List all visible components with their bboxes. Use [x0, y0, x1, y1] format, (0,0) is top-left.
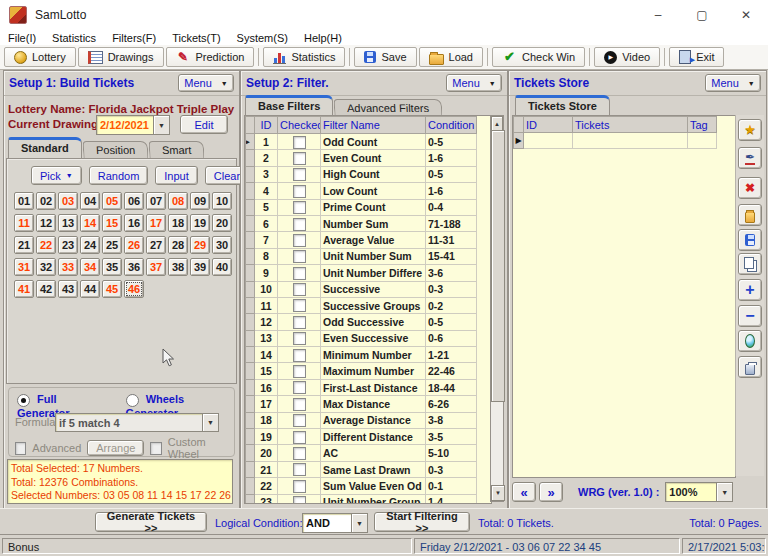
chevron-down-icon[interactable]: ▼: [351, 514, 367, 532]
number-cell[interactable]: 43: [58, 280, 78, 298]
number-cell[interactable]: 20: [212, 214, 232, 232]
table-row[interactable]: 9Unit Number Differe3-6: [246, 265, 477, 281]
number-cell[interactable]: 04: [80, 192, 100, 210]
table-row[interactable]: 23Unit Number Group1-4: [246, 494, 477, 504]
table-row[interactable]: 18Average Distance3-8: [246, 412, 477, 428]
open-folder-button[interactable]: [738, 204, 762, 226]
scrollbar-thumb[interactable]: [491, 130, 505, 402]
checkbox-icon[interactable]: [293, 234, 306, 247]
advanced-checkbox[interactable]: [15, 442, 26, 455]
number-cell[interactable]: 41: [14, 280, 34, 298]
chevron-down-icon[interactable]: ▼: [153, 116, 169, 134]
input-button[interactable]: Input: [155, 166, 197, 185]
menu-statistics[interactable]: Statistics: [44, 32, 104, 44]
table-row[interactable]: 5Prime Count0-4: [246, 199, 477, 215]
table-row[interactable]: 11Successive Groups0-2: [246, 297, 477, 313]
prediction-toolbar-button[interactable]: ✎Prediction: [166, 47, 255, 67]
statistics-toolbar-button[interactable]: Statistics: [263, 47, 345, 67]
table-row[interactable]: 17Max Distance6-26: [246, 396, 477, 412]
export-image-button[interactable]: [738, 330, 762, 352]
number-cell[interactable]: 36: [124, 258, 144, 276]
checkbox-icon[interactable]: [293, 185, 306, 198]
tab-smart[interactable]: Smart: [148, 141, 204, 158]
table-row[interactable]: 4Low Count1-6: [246, 183, 477, 199]
checkbox-icon[interactable]: [293, 267, 306, 280]
menu-filei[interactable]: File(I): [0, 32, 44, 44]
generate-tickets-button[interactable]: Generate Tickets >>: [95, 512, 207, 532]
checkbox-icon[interactable]: [293, 299, 306, 312]
table-row[interactable]: 13Even Successive0-6: [246, 330, 477, 346]
start-filtering-button[interactable]: Start Filtering >>: [374, 512, 470, 532]
drawings-toolbar-button[interactable]: Drawings: [78, 47, 164, 67]
custom-wheel-checkbox[interactable]: [150, 442, 161, 455]
checkbox-icon[interactable]: [293, 168, 306, 181]
number-cell[interactable]: 40: [212, 258, 232, 276]
table-row[interactable]: 20AC5-10: [246, 445, 477, 461]
delete-button[interactable]: ✖: [738, 177, 762, 199]
number-cell[interactable]: 26: [124, 236, 144, 254]
setup1-menu-button[interactable]: Menu ▼: [178, 74, 234, 92]
checkbox-icon[interactable]: [293, 480, 306, 493]
number-cell[interactable]: 13: [58, 214, 78, 232]
number-cell[interactable]: 34: [80, 258, 100, 276]
current-drawing-select[interactable]: 2/12/2021 ▼: [96, 115, 170, 135]
maximize-button[interactable]: ▢: [680, 0, 724, 30]
table-row[interactable]: 16First-Last Distance18-44: [246, 379, 477, 395]
video-toolbar-button[interactable]: ▶Video: [594, 47, 660, 67]
checkbox-icon[interactable]: [293, 136, 306, 149]
checkbox-icon[interactable]: [293, 398, 306, 411]
table-row[interactable]: 10Successive0-3: [246, 281, 477, 297]
remove-button[interactable]: −: [738, 305, 762, 327]
table-row[interactable]: 12Odd Successive0-5: [246, 314, 477, 330]
number-cell[interactable]: 31: [14, 258, 34, 276]
number-cell[interactable]: 29: [190, 236, 210, 254]
number-cell[interactable]: 19: [190, 214, 210, 232]
table-row[interactable]: 2Even Count1-6: [246, 150, 477, 166]
number-cell[interactable]: 22: [36, 236, 56, 254]
lottery-toolbar-button[interactable]: Lottery: [4, 47, 76, 67]
number-cell[interactable]: 28: [168, 236, 188, 254]
save-toolbar-button[interactable]: Save: [354, 47, 416, 67]
number-cell[interactable]: 09: [190, 192, 210, 210]
number-cell[interactable]: 37: [146, 258, 166, 276]
table-row[interactable]: 15Maximum Number22-46: [246, 363, 477, 379]
table-row[interactable]: 19Different Distance3-5: [246, 429, 477, 445]
number-cell[interactable]: 03: [58, 192, 78, 210]
minimize-button[interactable]: –: [636, 0, 680, 30]
save-disk-button[interactable]: [738, 229, 762, 251]
table-row[interactable]: 6Number Sum71-188: [246, 215, 477, 231]
close-button[interactable]: ✕: [724, 0, 768, 30]
table-row[interactable]: ▶: [514, 133, 717, 149]
number-cell[interactable]: 35: [102, 258, 122, 276]
filter-table-scrollbar[interactable]: ▲ ▼: [490, 115, 504, 502]
checkbox-icon[interactable]: [293, 152, 306, 165]
checkbox-icon[interactable]: [293, 283, 306, 296]
random-button[interactable]: Random: [89, 166, 149, 185]
number-cell[interactable]: 07: [146, 192, 166, 210]
number-cell[interactable]: 33: [58, 258, 78, 276]
table-row[interactable]: 14Minimum Number1-21: [246, 347, 477, 363]
copy-button[interactable]: [738, 253, 762, 275]
menu-systems[interactable]: System(S): [229, 32, 296, 44]
number-cell[interactable]: 18: [168, 214, 188, 232]
checkbox-icon[interactable]: [293, 218, 306, 231]
tab-tickets-store[interactable]: Tickets Store: [515, 95, 610, 116]
checkbox-icon[interactable]: [293, 365, 306, 378]
checkbox-icon[interactable]: [293, 496, 306, 504]
number-cell[interactable]: 01: [14, 192, 34, 210]
setup2-menu-button[interactable]: Menu ▼: [446, 74, 502, 92]
number-cell[interactable]: 12: [36, 214, 56, 232]
formula-select[interactable]: if 5 match 4 ▼: [55, 413, 219, 432]
table-row[interactable]: 21Same Last Drawn0-3: [246, 461, 477, 477]
menu-filtersf[interactable]: Filters(F): [104, 32, 164, 44]
table-row[interactable]: 3High Count0-5: [246, 166, 477, 182]
number-cell[interactable]: 14: [80, 214, 100, 232]
exit-toolbar-button[interactable]: Exit: [669, 47, 724, 67]
alarm-bell-button[interactable]: ★: [738, 119, 762, 141]
table-row[interactable]: 8Unit Number Sum15-41: [246, 248, 477, 264]
tab-advanced-filters[interactable]: Advanced Filters: [334, 99, 443, 116]
number-cell[interactable]: 08: [168, 192, 188, 210]
table-row[interactable]: ▸1Odd Count0-5: [246, 134, 477, 150]
number-cell[interactable]: 11: [14, 214, 34, 232]
tab-standard[interactable]: Standard: [8, 137, 82, 158]
